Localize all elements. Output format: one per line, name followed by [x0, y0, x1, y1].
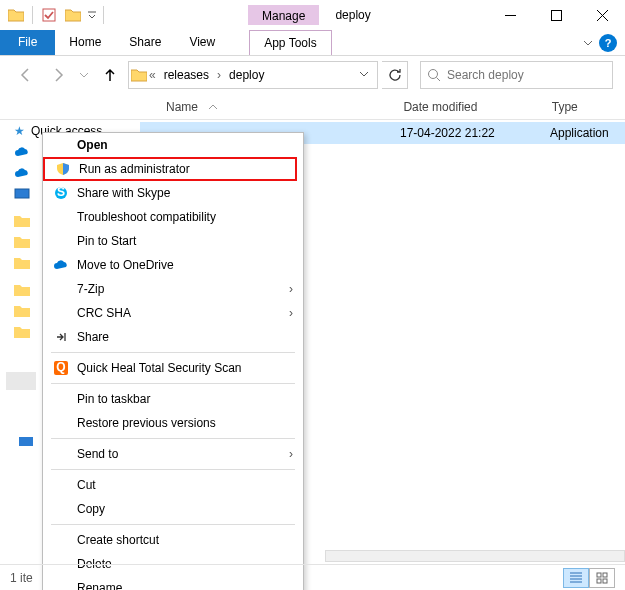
nav-item[interactable]: [12, 231, 40, 252]
monitor-icon: [14, 188, 30, 200]
menu-troubleshoot[interactable]: Troubleshoot compatibility: [43, 205, 303, 229]
column-date[interactable]: Date modified: [397, 100, 545, 114]
chevron-right-icon: ›: [289, 306, 293, 320]
navigation-bar: « releases › deploy: [0, 56, 625, 94]
address-bar[interactable]: « releases › deploy: [128, 61, 378, 89]
menu-share[interactable]: Share: [43, 325, 303, 349]
search-box[interactable]: [420, 61, 613, 89]
svg-rect-0: [43, 9, 55, 21]
column-type[interactable]: Type: [546, 100, 625, 114]
chevron-right-icon[interactable]: «: [147, 68, 158, 82]
shield-icon: [53, 162, 73, 176]
star-icon: ★: [14, 124, 25, 138]
horizontal-scrollbar[interactable]: [325, 550, 625, 562]
icons-view-button[interactable]: [589, 568, 615, 588]
tab-app-tools[interactable]: App Tools: [249, 30, 331, 55]
new-folder-icon[interactable]: [61, 4, 85, 26]
item-count: 1 ite: [10, 571, 33, 585]
column-name-label: Name: [166, 100, 198, 114]
onedrive-icon: [14, 146, 30, 158]
column-name[interactable]: Name: [160, 100, 397, 114]
nav-item[interactable]: [12, 252, 40, 273]
onedrive-icon: [14, 167, 30, 179]
refresh-button[interactable]: [382, 61, 408, 89]
svg-rect-4: [19, 437, 33, 446]
nav-item[interactable]: [12, 183, 40, 204]
chevron-right-icon: ›: [289, 447, 293, 461]
column-headers: Name Date modified Type: [0, 94, 625, 120]
status-bar: 1 ite: [0, 564, 625, 590]
share-icon: [51, 330, 71, 344]
breadcrumb-deploy[interactable]: deploy: [223, 68, 270, 82]
menu-open[interactable]: Open: [43, 133, 303, 157]
svg-rect-9: [597, 573, 601, 577]
window-controls: [487, 0, 625, 30]
svg-rect-10: [603, 573, 607, 577]
tab-home[interactable]: Home: [55, 30, 115, 55]
recent-dropdown[interactable]: [76, 61, 92, 89]
nav-item[interactable]: [12, 141, 40, 162]
svg-text:S: S: [57, 186, 65, 199]
details-view-button[interactable]: [563, 568, 589, 588]
tab-file[interactable]: File: [0, 30, 55, 55]
nav-item[interactable]: [18, 436, 34, 451]
forward-button[interactable]: [44, 61, 72, 89]
properties-icon[interactable]: [37, 4, 61, 26]
nav-item[interactable]: [12, 210, 40, 231]
window-title: deploy: [319, 8, 370, 22]
manage-tab-header[interactable]: Manage: [248, 5, 319, 25]
breadcrumb-releases[interactable]: releases: [158, 68, 215, 82]
search-icon: [427, 68, 441, 82]
ribbon-tabs: File Home Share View App Tools ?: [0, 30, 625, 56]
address-dropdown[interactable]: [353, 68, 375, 82]
svg-rect-12: [603, 579, 607, 583]
folder-icon[interactable]: [4, 4, 28, 26]
menu-separator: [51, 383, 295, 384]
menu-crc-sha[interactable]: CRC SHA›: [43, 301, 303, 325]
back-button[interactable]: [12, 61, 40, 89]
folder-icon: [14, 304, 30, 318]
nav-item[interactable]: [12, 300, 40, 321]
menu-send-to[interactable]: Send to›: [43, 442, 303, 466]
folder-icon: [14, 235, 30, 249]
tab-view[interactable]: View: [175, 30, 229, 55]
chevron-right-icon: ›: [215, 68, 223, 82]
folder-icon: [131, 68, 147, 82]
view-mode-switcher: [563, 568, 615, 588]
menu-cut[interactable]: Cut: [43, 473, 303, 497]
network-icon: [18, 436, 34, 448]
onedrive-icon: [51, 259, 71, 271]
tab-share[interactable]: Share: [115, 30, 175, 55]
quickheal-icon: Q: [51, 361, 71, 375]
maximize-button[interactable]: [533, 0, 579, 30]
menu-copy[interactable]: Copy: [43, 497, 303, 521]
search-input[interactable]: [447, 68, 606, 82]
menu-separator: [51, 524, 295, 525]
menu-pin-start[interactable]: Pin to Start: [43, 229, 303, 253]
chevron-down-icon[interactable]: [583, 38, 593, 48]
folder-icon: [14, 214, 30, 228]
nav-item[interactable]: [12, 321, 40, 342]
close-button[interactable]: [579, 0, 625, 30]
menu-create-shortcut[interactable]: Create shortcut: [43, 528, 303, 552]
menu-run-as-administrator[interactable]: Run as administrator: [43, 157, 297, 181]
menu-pin-taskbar[interactable]: Pin to taskbar: [43, 387, 303, 411]
menu-share-skype[interactable]: S Share with Skype: [43, 181, 303, 205]
svg-rect-3: [15, 189, 29, 198]
minimize-button[interactable]: [487, 0, 533, 30]
menu-7zip[interactable]: 7-Zip›: [43, 277, 303, 301]
titlebar: Manage deploy: [0, 0, 625, 30]
qat-dropdown[interactable]: [85, 4, 99, 26]
menu-onedrive[interactable]: Move to OneDrive: [43, 253, 303, 277]
quick-access-toolbar: [0, 4, 99, 26]
menu-restore[interactable]: Restore previous versions: [43, 411, 303, 435]
folder-icon: [14, 283, 30, 297]
help-button[interactable]: ?: [599, 34, 617, 52]
menu-quickheal[interactable]: Q Quick Heal Total Security Scan: [43, 356, 303, 380]
up-button[interactable]: [96, 61, 124, 89]
nav-item[interactable]: [12, 279, 40, 300]
nav-item[interactable]: [12, 162, 40, 183]
divider: [103, 6, 104, 24]
file-type: Application: [550, 126, 609, 140]
context-menu: Open Run as administrator S Share with S…: [42, 132, 304, 590]
